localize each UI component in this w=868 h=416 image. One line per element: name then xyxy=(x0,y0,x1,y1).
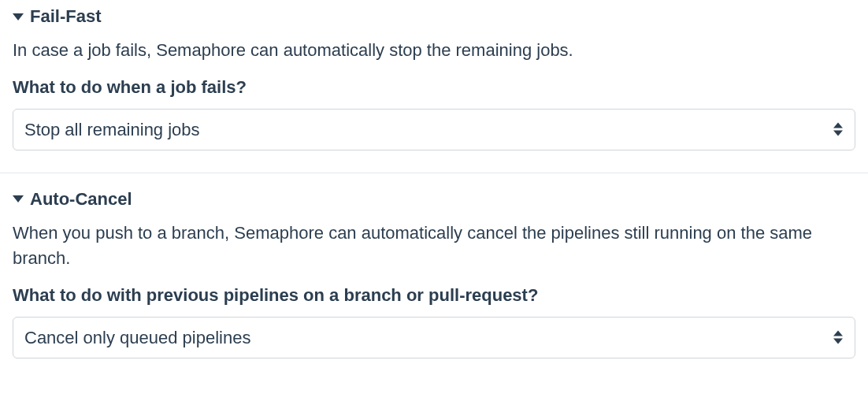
fail-fast-field-label: What to do when a job fails? xyxy=(13,77,855,98)
fail-fast-section: Fail-Fast In case a job fails, Semaphore… xyxy=(13,6,855,173)
caret-down-icon xyxy=(13,13,24,20)
fail-fast-select-wrapper: Stop all remaining jobs xyxy=(13,109,855,150)
auto-cancel-description: When you push to a branch, Semaphore can… xyxy=(13,221,855,271)
caret-down-icon xyxy=(13,195,24,202)
auto-cancel-field-label: What to do with previous pipelines on a … xyxy=(13,285,855,306)
auto-cancel-header[interactable]: Auto-Cancel xyxy=(13,189,855,210)
auto-cancel-section: Auto-Cancel When you push to a branch, S… xyxy=(13,189,855,381)
auto-cancel-title: Auto-Cancel xyxy=(30,189,132,210)
fail-fast-header[interactable]: Fail-Fast xyxy=(13,6,855,27)
auto-cancel-select[interactable]: Cancel only queued pipelines xyxy=(13,317,855,358)
fail-fast-description: In case a job fails, Semaphore can autom… xyxy=(13,38,855,63)
divider xyxy=(0,173,868,173)
fail-fast-title: Fail-Fast xyxy=(30,6,101,27)
auto-cancel-select-wrapper: Cancel only queued pipelines xyxy=(13,317,855,358)
fail-fast-select[interactable]: Stop all remaining jobs xyxy=(13,109,855,150)
